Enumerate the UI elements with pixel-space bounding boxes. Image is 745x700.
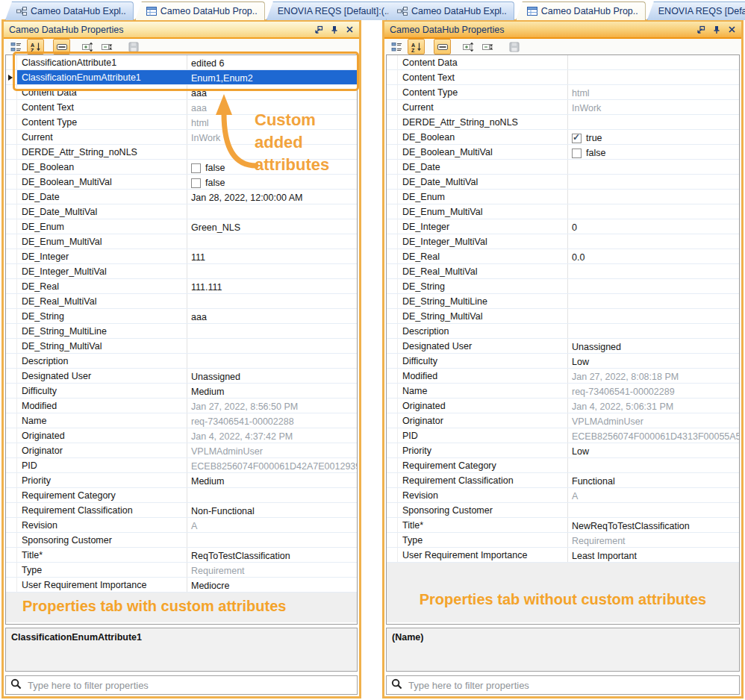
pin-icon[interactable] bbox=[330, 25, 339, 34]
property-row[interactable]: Sponsoring Customer bbox=[6, 533, 357, 548]
property-row[interactable]: DE_EnumGreen_NLS bbox=[6, 219, 357, 234]
float-window-icon[interactable] bbox=[696, 25, 705, 34]
property-value[interactable]: 0.0 bbox=[568, 249, 739, 263]
property-value[interactable] bbox=[568, 70, 739, 84]
show-description-button[interactable] bbox=[434, 39, 451, 54]
property-row[interactable]: DE_Integer111 bbox=[6, 249, 357, 264]
property-value[interactable]: false bbox=[187, 175, 357, 189]
property-value[interactable]: ECEB8256074F000061D4313F00055A5A bbox=[568, 428, 739, 443]
property-value[interactable]: aaa bbox=[187, 309, 357, 323]
property-value[interactable] bbox=[187, 264, 357, 278]
property-value[interactable] bbox=[568, 160, 739, 174]
property-value[interactable]: aaa bbox=[187, 100, 357, 114]
property-value[interactable]: Medium bbox=[187, 473, 357, 487]
property-row[interactable]: DE_Real0.0 bbox=[387, 249, 739, 264]
tab-cameo-datahub-explorer[interactable]: Cameo DataHub Expl.. bbox=[5, 1, 134, 20]
property-row[interactable]: ModifiedJan 27, 2022, 8:56:50 PM bbox=[6, 399, 357, 413]
property-value[interactable] bbox=[568, 458, 739, 472]
property-row[interactable]: DE_Date_MultiVal bbox=[6, 204, 357, 219]
property-row[interactable]: Title*NewReqToTestClassification bbox=[387, 518, 739, 533]
property-row[interactable]: DE_String_MultiLine bbox=[387, 294, 739, 309]
property-row[interactable]: DE_DateJan 28, 2022, 12:00:00 AM bbox=[6, 190, 357, 204]
property-value[interactable]: Jan 27, 2022, 8:08:18 PM bbox=[568, 369, 739, 383]
property-value[interactable]: Jan 27, 2022, 8:56:50 PM bbox=[187, 399, 357, 413]
property-row[interactable]: DE_Enum_MultiVal bbox=[6, 234, 357, 249]
property-value[interactable] bbox=[568, 175, 739, 189]
property-value[interactable]: VPLMAdminUser bbox=[187, 443, 357, 457]
property-value[interactable]: VPLMAdminUser bbox=[568, 413, 739, 428]
property-row[interactable]: TypeRequirement bbox=[6, 563, 357, 578]
property-row[interactable]: Namereq-73406541-00002288 bbox=[6, 413, 357, 428]
property-value[interactable] bbox=[187, 324, 357, 338]
property-row[interactable]: Content Text bbox=[387, 70, 739, 85]
filter-properties-input[interactable] bbox=[407, 679, 735, 692]
property-row[interactable]: Content Data bbox=[387, 55, 739, 70]
property-value[interactable]: InWork bbox=[187, 130, 357, 144]
property-value[interactable]: A bbox=[568, 488, 739, 502]
filter-properties-input[interactable] bbox=[26, 679, 352, 692]
property-row[interactable]: Designated UserUnassigned bbox=[387, 339, 739, 354]
tab-enovia-reqs[interactable]: ENOVIA REQS [Default]:(.. bbox=[266, 1, 397, 20]
property-row[interactable]: DERDE_Attr_String_noNLS bbox=[6, 145, 357, 160]
property-value[interactable]: Low bbox=[568, 354, 739, 368]
property-value[interactable]: req-73406541-00002288 bbox=[187, 413, 357, 428]
property-row[interactable]: DE_Boolean_MultiValfalse bbox=[6, 175, 357, 190]
checkbox-icon[interactable] bbox=[191, 178, 201, 188]
property-row[interactable]: ClassificationAttribute1edited 6 bbox=[6, 55, 357, 70]
property-row[interactable]: DE_Booleanfalse bbox=[6, 160, 357, 175]
property-row[interactable]: Description bbox=[6, 354, 357, 369]
property-value[interactable]: Jan 4, 2022, 5:06:31 PM bbox=[568, 399, 739, 413]
property-row[interactable]: PriorityMedium bbox=[6, 473, 357, 488]
property-value[interactable] bbox=[568, 264, 739, 278]
property-row[interactable]: Content Textaaa bbox=[6, 100, 357, 115]
property-row[interactable]: DE_Enum bbox=[387, 190, 739, 204]
collapse-nodes-button[interactable] bbox=[99, 39, 116, 54]
property-row[interactable]: PIDECEB8256074F000061D42A7E00129390 bbox=[6, 458, 357, 473]
property-value[interactable]: 111 bbox=[187, 249, 357, 263]
close-icon[interactable] bbox=[346, 25, 354, 34]
property-value[interactable]: html bbox=[568, 85, 739, 99]
property-row[interactable]: DE_Integer_MultiVal bbox=[6, 264, 357, 279]
property-row[interactable]: RevisionA bbox=[387, 488, 739, 503]
property-row[interactable]: Title*ReqToTestClassification bbox=[6, 548, 357, 563]
property-value[interactable]: edited 6 bbox=[187, 55, 357, 69]
property-value[interactable]: Unassigned bbox=[568, 339, 739, 353]
property-value[interactable] bbox=[187, 533, 357, 547]
property-value[interactable]: req-73406541-00002289 bbox=[568, 384, 739, 398]
property-row[interactable]: DifficultyLow bbox=[387, 354, 739, 369]
property-row[interactable]: DE_String_MultiVal bbox=[6, 339, 357, 354]
property-value[interactable]: Jan 28, 2022, 12:00:00 AM bbox=[187, 190, 357, 204]
property-value[interactable] bbox=[568, 309, 739, 323]
property-row[interactable]: DE_Real111.111 bbox=[6, 279, 357, 294]
property-value[interactable] bbox=[568, 503, 739, 517]
property-row[interactable]: RevisionA bbox=[6, 518, 357, 533]
property-row[interactable]: OriginatorVPLMAdminUser bbox=[387, 413, 739, 428]
property-value[interactable] bbox=[568, 55, 739, 69]
property-value[interactable] bbox=[568, 294, 739, 308]
expand-nodes-button[interactable] bbox=[79, 39, 96, 54]
property-row[interactable]: DE_String bbox=[387, 279, 739, 294]
property-value[interactable] bbox=[187, 145, 357, 159]
property-value[interactable] bbox=[568, 324, 739, 338]
property-value[interactable]: Requirement bbox=[187, 563, 357, 577]
property-value[interactable]: 0 bbox=[568, 219, 739, 234]
property-value[interactable]: false bbox=[568, 145, 739, 159]
property-row[interactable]: Requirement Category bbox=[6, 488, 357, 503]
property-row[interactable]: OriginatedJan 4, 2022, 4:37:42 PM bbox=[6, 428, 357, 443]
property-row[interactable]: DE_Real_MultiVal bbox=[6, 294, 357, 309]
property-value[interactable]: Functional bbox=[568, 473, 739, 487]
show-description-button[interactable] bbox=[53, 39, 70, 54]
property-value[interactable]: Non-Functional bbox=[187, 503, 357, 517]
property-value[interactable]: true bbox=[568, 130, 739, 144]
property-row[interactable]: TypeRequirement bbox=[387, 533, 739, 548]
property-value[interactable]: Green_NLS bbox=[187, 219, 357, 234]
categorized-view-button[interactable] bbox=[388, 39, 405, 54]
property-value[interactable] bbox=[187, 294, 357, 308]
float-window-icon[interactable] bbox=[314, 25, 323, 34]
property-value[interactable]: Jan 4, 2022, 4:37:42 PM bbox=[187, 428, 357, 443]
pin-icon[interactable] bbox=[712, 25, 721, 34]
property-row[interactable]: DERDE_Attr_String_noNLS bbox=[387, 115, 739, 130]
property-value[interactable]: NewReqToTestClassification bbox=[568, 518, 739, 532]
tab-cameo-datahub-properties[interactable]: Cameo DataHub Prop.. bbox=[135, 1, 265, 20]
property-row[interactable]: CurrentInWork bbox=[6, 130, 357, 145]
